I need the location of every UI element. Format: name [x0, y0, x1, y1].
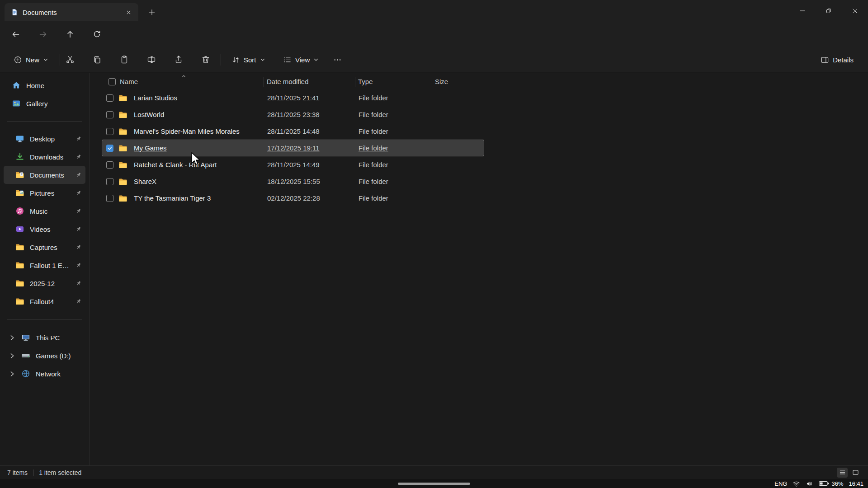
- sidebar-item-label: 2025-12: [30, 280, 70, 287]
- sidebar-item-downloads[interactable]: Downloads: [4, 148, 85, 166]
- status-bar: 7 items 1 item selected: [0, 465, 868, 479]
- chevron-right-icon[interactable]: [8, 334, 16, 342]
- sidebar-item-label: Music: [30, 207, 70, 215]
- table-row[interactable]: Marvel's Spider-Man Miles Morales28/11/2…: [102, 123, 484, 140]
- sort-button[interactable]: Sort: [226, 52, 271, 68]
- forward-button[interactable]: [34, 26, 51, 42]
- folder-icon: [118, 160, 127, 169]
- volume-icon[interactable]: [806, 480, 813, 488]
- share-button[interactable]: [170, 52, 187, 68]
- column-header-type[interactable]: Type: [355, 77, 432, 87]
- details-view-toggle[interactable]: [837, 468, 848, 478]
- documents-icon: [15, 170, 24, 179]
- battery-indicator[interactable]: 36%: [819, 480, 843, 487]
- status-divider: [87, 469, 87, 476]
- cut-button[interactable]: [61, 52, 78, 68]
- pin-icon: [75, 136, 82, 142]
- table-row[interactable]: Larian Studios28/11/2025 21:41File folde…: [102, 89, 484, 106]
- pin-icon: [75, 244, 82, 251]
- table-row[interactable]: ShareX18/12/2025 15:55File folder: [102, 173, 484, 190]
- sidebar-item-pictures[interactable]: Pictures: [4, 184, 85, 202]
- videos-icon: [15, 225, 24, 234]
- folder-icon: [118, 194, 127, 203]
- column-header-size[interactable]: Size: [432, 77, 483, 87]
- delete-button[interactable]: [197, 52, 214, 68]
- paste-button[interactable]: [116, 52, 132, 68]
- more-options-button[interactable]: [329, 52, 346, 68]
- minimize-button[interactable]: [789, 0, 816, 21]
- folder-icon: [15, 279, 24, 288]
- chevron-right-icon[interactable]: [8, 370, 16, 378]
- sidebar-item-label: Fallout4: [30, 298, 70, 305]
- back-button[interactable]: [7, 26, 24, 42]
- clock[interactable]: 16:41: [849, 480, 863, 487]
- new-tab-button[interactable]: [146, 7, 157, 18]
- chevron-down-icon: [43, 57, 48, 62]
- sidebar-item-fallout4[interactable]: Fallout4: [4, 292, 85, 310]
- details-pane-button[interactable]: Details: [815, 52, 859, 68]
- command-bar: New Sort: [0, 47, 868, 72]
- column-header-name[interactable]: Name: [118, 77, 264, 87]
- sidebar-item-videos[interactable]: Videos: [4, 220, 85, 238]
- row-checkbox[interactable]: [106, 145, 113, 152]
- toolbar-divider: [221, 54, 221, 66]
- file-name: LostWorld: [130, 111, 264, 118]
- sidebar-item-games-d[interactable]: Games (D:): [4, 347, 85, 365]
- file-name: TY the Tasmanian Tiger 3: [130, 194, 264, 202]
- sidebar-item-fallout-1-english[interactable]: Fallout 1 English: [4, 256, 85, 274]
- horizontal-scrollbar-thumb[interactable]: [398, 483, 470, 485]
- table-row[interactable]: Ratchet & Clank - Rift Apart28/11/2025 1…: [102, 156, 484, 173]
- view-button[interactable]: View: [278, 52, 324, 68]
- row-checkbox[interactable]: [106, 178, 113, 185]
- sidebar-item-documents[interactable]: Documents: [4, 166, 85, 184]
- sidebar-item-music[interactable]: Music: [4, 202, 85, 220]
- row-checkbox[interactable]: [106, 111, 113, 118]
- sidebar-item-2025-12[interactable]: 2025-12: [4, 274, 85, 292]
- table-row[interactable]: TY the Tasmanian Tiger 302/12/2025 22:28…: [102, 190, 484, 206]
- view-icon: [283, 56, 292, 64]
- sidebar-item-label: Videos: [30, 225, 70, 233]
- sidebar-pinned-list: DesktopDownloadsDocumentsPicturesMusicVi…: [0, 130, 89, 310]
- language-indicator[interactable]: ENG: [774, 480, 787, 487]
- sort-ascending-icon: [181, 74, 186, 79]
- sidebar-item-label: Games (D:): [36, 352, 82, 360]
- row-checkbox[interactable]: [106, 161, 113, 169]
- sidebar-item-this-pc[interactable]: This PC: [4, 328, 85, 347]
- file-name: My Games: [130, 144, 264, 152]
- tab-close-icon[interactable]: [123, 7, 134, 18]
- thumbnails-view-toggle[interactable]: [850, 468, 861, 478]
- row-checkbox[interactable]: [106, 94, 113, 102]
- gallery-icon: [12, 99, 21, 108]
- close-button[interactable]: [842, 0, 868, 21]
- sidebar-item-gallery[interactable]: Gallery: [4, 94, 85, 113]
- select-all-checkbox[interactable]: [108, 78, 116, 85]
- row-checkbox[interactable]: [106, 128, 113, 135]
- sidebar-item-label: Home: [26, 82, 82, 89]
- row-checkbox[interactable]: [106, 195, 113, 202]
- downloads-icon: [15, 152, 24, 161]
- sidebar-item-network[interactable]: Network: [4, 365, 85, 383]
- chevron-right-icon[interactable]: [8, 352, 16, 360]
- sidebar-item-label: Desktop: [30, 135, 70, 143]
- file-list-pane: Name Date modified Type Size Larian Stud…: [90, 73, 868, 465]
- restore-button[interactable]: [816, 0, 842, 21]
- rename-button[interactable]: [143, 52, 160, 68]
- file-date-modified: 28/11/2025 23:38: [264, 111, 356, 118]
- sidebar-separator: [7, 121, 82, 122]
- new-label: New: [26, 56, 39, 64]
- column-header-date-modified[interactable]: Date modified: [264, 77, 355, 87]
- explorer-tab[interactable]: Documents: [5, 3, 138, 21]
- wifi-icon[interactable]: [793, 480, 800, 488]
- copy-button[interactable]: [89, 52, 105, 68]
- sidebar-item-home[interactable]: Home: [4, 76, 85, 94]
- file-date-modified: 28/11/2025 14:48: [264, 127, 356, 135]
- table-row[interactable]: My Games17/12/2025 19:11File folder: [102, 140, 484, 156]
- new-button[interactable]: New: [8, 52, 54, 68]
- up-button[interactable]: [61, 26, 78, 42]
- file-type: File folder: [356, 161, 433, 169]
- refresh-button[interactable]: [89, 26, 105, 42]
- sidebar-item-desktop[interactable]: Desktop: [4, 130, 85, 148]
- sidebar-item-captures[interactable]: Captures: [4, 238, 85, 256]
- table-row[interactable]: LostWorld28/11/2025 23:38File folder: [102, 106, 484, 123]
- file-type: File folder: [356, 178, 433, 185]
